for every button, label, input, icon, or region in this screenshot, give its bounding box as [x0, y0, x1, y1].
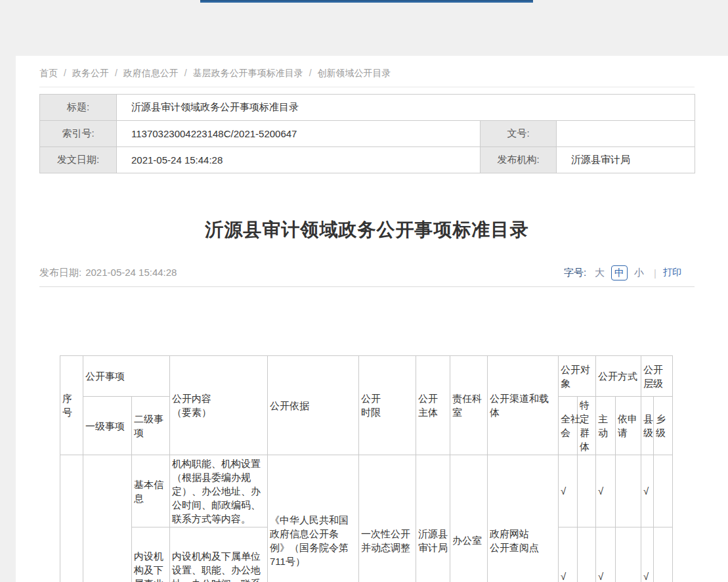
header-public-basis: 公开依据 — [268, 356, 359, 455]
publish-date-label: 发布日期: — [39, 267, 81, 278]
doc-info-index-label: 索引号: — [40, 121, 117, 147]
publish-date: 发布日期:2021-05-24 15:44:28 — [39, 267, 177, 279]
cell-public-basis: 《中华人民共和国政府信息公开条例》（国务院令第711号） — [268, 455, 359, 582]
header-township-level: 乡 级 — [654, 397, 673, 455]
header-county-level: 县 级 — [641, 397, 654, 455]
cell-serial-number — [60, 455, 83, 582]
font-size-small-button[interactable]: 小 — [634, 267, 644, 279]
breadcrumb-item-open-gov[interactable]: 政务公开 — [72, 68, 109, 78]
cell-check-county-level: √ — [641, 527, 654, 582]
cell-second-level-matter: 内设机构及下属事业单位 — [132, 527, 170, 582]
cell-check-all-society: √ — [559, 527, 578, 582]
cell-channels-carriers: 政府网站 公开查阅点 — [488, 455, 559, 582]
font-size-label: 字号: — [564, 267, 586, 279]
header-all-society: 全社 会 — [559, 397, 578, 455]
breadcrumb-separator: / — [184, 68, 187, 78]
doc-info-agency-label: 发布机构: — [481, 147, 557, 173]
breadcrumb-separator: / — [64, 68, 66, 78]
doc-info-docnum-label: 文号: — [481, 121, 557, 147]
article-title: 沂源县审计领域政务公开事项标准目录 — [39, 215, 695, 244]
cell-public-content: 机构职能、机构设置（根据县委编办规定）、办公地址、办公时间、邮政编码、联系方式等… — [170, 455, 268, 527]
cell-public-content: 内设机构及下属单位设置、职能、办公地址、办公时间、联系方式、负责人姓名等 — [170, 527, 268, 582]
cell-check-township-level — [654, 527, 673, 582]
cell-check-specific-groups — [578, 455, 596, 527]
breadcrumb-separator: / — [115, 68, 118, 78]
doc-info-docnum-value — [557, 121, 695, 147]
font-size-large-button[interactable]: 大 — [595, 267, 605, 279]
breadcrumb-item-home[interactable]: 首页 — [39, 68, 58, 78]
top-nav-accent-bar — [200, 0, 533, 3]
cell-check-specific-groups — [578, 527, 596, 582]
cell-check-upon-request — [616, 527, 641, 582]
cell-check-county-level: √ — [641, 455, 654, 527]
article-meta-row: 发布日期:2021-05-24 15:44:28 字号: 大 中 小 | 打印 — [39, 264, 695, 281]
cell-second-level-matter: 基本信息 — [132, 455, 170, 527]
tools-separator: | — [654, 267, 656, 279]
header-channels-carriers: 公开渠道和载 体 — [488, 356, 559, 455]
cell-check-proactive: √ — [596, 527, 616, 582]
cell-time-limit: 一次性公开并动态调整 — [359, 455, 416, 582]
doc-info-index-value: 11370323004223148C/2021-5200647 — [117, 121, 481, 147]
breadcrumb-item-gov-info[interactable]: 政府信息公开 — [123, 68, 179, 78]
print-button[interactable]: 打印 — [663, 267, 681, 279]
meta-divider — [39, 286, 695, 287]
breadcrumb-separator: / — [309, 68, 312, 78]
cell-check-township-level — [654, 455, 673, 527]
breadcrumb-divider — [39, 87, 695, 87]
header-proactive: 主 动 — [596, 397, 616, 455]
header-serial-number: 序 号 — [60, 356, 83, 455]
font-size-tools: 字号: 大 中 小 | 打印 — [564, 265, 681, 280]
header-responsible-office: 责任科 室 — [450, 356, 488, 455]
breadcrumb-item-innovation-catalog[interactable]: 创新领域公开目录 — [318, 68, 391, 78]
publish-date-value: 2021-05-24 15:44:28 — [85, 267, 177, 278]
header-public-matters: 公开事项 — [83, 356, 170, 397]
header-public-targets: 公开对 象 — [559, 356, 596, 397]
doc-info-title-label: 标题: — [40, 95, 117, 121]
doc-info-agency-value: 沂源县审计局 — [557, 147, 695, 173]
cell-check-upon-request — [616, 455, 641, 527]
doc-info-table: 标题: 沂源县审计领域政务公开事项标准目录 索引号: 1137032300422… — [39, 94, 695, 173]
header-public-levels: 公开 层级 — [641, 356, 673, 397]
header-public-methods: 公开方式 — [596, 356, 641, 397]
doc-info-issue-date-value: 2021-05-24 15:44:28 — [117, 147, 481, 173]
catalog-table: 序 号 公开事项 公开内容 （要素） 公开依据 公开 时限 公开 主体 责任科 … — [60, 355, 673, 582]
content-inner: 首页/政务公开/政府信息公开/基层政务公开事项标准目录/创新领域公开目录 标题:… — [39, 56, 695, 582]
header-first-level-matter: 一级事项 — [83, 397, 132, 455]
cell-first-level-matter — [83, 455, 132, 582]
breadcrumb-item-standard-catalog[interactable]: 基层政务公开事项标准目录 — [193, 68, 303, 78]
font-size-medium-button[interactable]: 中 — [611, 265, 628, 280]
doc-info-issue-date-label: 发文日期: — [40, 147, 117, 173]
cell-check-proactive: √ — [596, 455, 616, 527]
header-upon-request: 依申 请 — [616, 397, 641, 455]
cell-public-subject: 沂源县审计局 — [416, 455, 450, 582]
cell-responsible-office: 办公室 — [450, 455, 488, 582]
header-second-level-matter: 二级事 项 — [132, 397, 170, 455]
breadcrumb: 首页/政务公开/政府信息公开/基层政务公开事项标准目录/创新领域公开目录 — [39, 56, 695, 79]
content-card: 首页/政务公开/政府信息公开/基层政务公开事项标准目录/创新领域公开目录 标题:… — [16, 56, 728, 582]
header-time-limit: 公开 时限 — [359, 356, 416, 455]
cell-check-all-society: √ — [559, 455, 578, 527]
header-public-subject: 公开 主体 — [416, 356, 450, 455]
header-specific-groups: 特 定 群 体 — [578, 397, 596, 455]
doc-info-title-value: 沂源县审计领域政务公开事项标准目录 — [117, 95, 695, 121]
header-public-content: 公开内容 （要素） — [170, 356, 268, 455]
